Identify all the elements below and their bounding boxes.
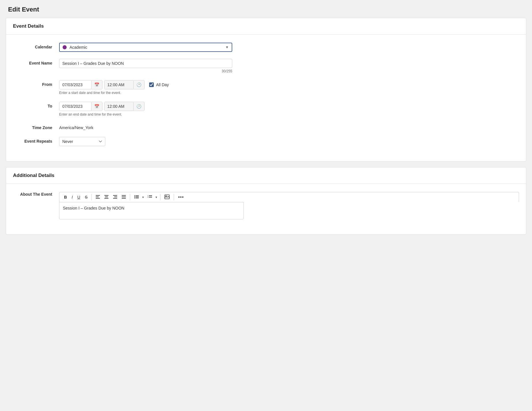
- underline-button[interactable]: U: [75, 194, 83, 200]
- svg-rect-17: [136, 198, 139, 198]
- calendar-value: Academic: [70, 45, 87, 50]
- align-right-button[interactable]: [111, 194, 119, 200]
- to-row: To 📅 🕐 Enter an end date and time for th…: [13, 102, 519, 116]
- from-calendar-icon-btn[interactable]: 📅: [91, 81, 102, 89]
- svg-rect-10: [122, 197, 126, 197]
- calendar-label: Calendar: [13, 43, 59, 49]
- to-label: To: [13, 102, 59, 108]
- to-date-wrap: 📅: [59, 102, 102, 111]
- to-calendar-icon-btn[interactable]: 📅: [91, 102, 102, 110]
- svg-rect-4: [105, 197, 108, 197]
- svg-rect-1: [96, 197, 99, 197]
- char-count: 30/255: [59, 69, 232, 73]
- svg-rect-15: [136, 197, 139, 197]
- event-details-header: Event Details: [6, 18, 526, 35]
- additional-details-header: Additional Details: [6, 167, 526, 184]
- to-time-wrap: 🕐: [104, 102, 145, 111]
- bullet-list-dropdown[interactable]: ▾: [141, 194, 145, 200]
- svg-rect-19: [149, 195, 152, 196]
- editor-toolbar: B I U S: [59, 192, 519, 202]
- align-center-button[interactable]: [102, 194, 111, 200]
- from-date-input[interactable]: [59, 80, 91, 89]
- to-date-input[interactable]: [59, 102, 91, 111]
- calendar-select[interactable]: Academic ▼: [59, 43, 232, 52]
- to-control-area: 📅 🕐 Enter an end date and time for the e…: [59, 102, 519, 116]
- page-title: Edit Event: [0, 0, 532, 18]
- alignment-group: [93, 194, 128, 200]
- timezone-row: Time Zone America/New_York: [13, 123, 519, 130]
- about-event-editor[interactable]: Session I – Grades Due by NOON: [59, 202, 244, 219]
- svg-rect-3: [104, 195, 108, 196]
- event-name-row: Event Name 30/255: [13, 59, 519, 73]
- svg-rect-0: [96, 195, 100, 196]
- about-event-label: About The Event: [13, 192, 59, 197]
- from-date-time-row: 📅 🕐 All Day: [59, 80, 519, 89]
- event-repeats-row: Event Repeats Never Daily Weekly Monthly…: [13, 137, 519, 146]
- event-repeats-label: Event Repeats: [13, 137, 59, 144]
- italic-button[interactable]: I: [69, 194, 75, 200]
- to-time-icon-btn[interactable]: 🕐: [133, 102, 144, 110]
- to-date-time-row: 📅 🕐: [59, 102, 519, 111]
- event-repeats-select[interactable]: Never Daily Weekly Monthly Yearly: [59, 137, 105, 146]
- calendar-row: Calendar Academic ▼: [13, 43, 519, 52]
- svg-point-12: [134, 195, 135, 196]
- additional-details-card: Additional Details About The Event B I U…: [6, 167, 526, 235]
- toolbar-separator-2: [130, 194, 130, 200]
- event-details-card: Event Details Calendar Academic ▼ Event …: [6, 18, 526, 161]
- align-left-button[interactable]: [93, 194, 102, 200]
- calendar-control-area: Academic ▼: [59, 43, 519, 52]
- svg-text:2.: 2.: [147, 196, 149, 198]
- svg-point-14: [134, 197, 135, 197]
- from-time-wrap: 🕐: [104, 80, 145, 89]
- numbered-list-button[interactable]: 1.2.: [145, 194, 154, 200]
- toolbar-separator-1: [91, 194, 92, 200]
- from-time-input[interactable]: [104, 80, 133, 89]
- all-day-checkbox[interactable]: [149, 82, 154, 87]
- align-justify-button[interactable]: [119, 194, 128, 200]
- additional-details-body: About The Event B I U S: [6, 184, 526, 234]
- image-button[interactable]: [162, 193, 172, 201]
- more-options-button[interactable]: •••: [176, 194, 186, 201]
- calendar-color-dot: [63, 45, 67, 49]
- timezone-value: America/New_York: [59, 123, 519, 130]
- about-event-text: Session I – Grades Due by NOON: [63, 206, 124, 210]
- event-name-input[interactable]: [59, 59, 232, 68]
- bold-button[interactable]: B: [62, 194, 69, 200]
- event-repeats-control-area: Never Daily Weekly Monthly Yearly: [59, 137, 519, 146]
- event-details-body: Calendar Academic ▼ Event Name 30/255: [6, 35, 526, 161]
- event-name-label: Event Name: [13, 59, 59, 65]
- from-hint: Enter a start date and time for the even…: [59, 91, 519, 95]
- timezone-control-area: America/New_York: [59, 123, 519, 130]
- svg-rect-7: [114, 197, 117, 197]
- svg-rect-21: [149, 197, 152, 197]
- svg-rect-9: [122, 195, 126, 196]
- numbered-list-dropdown[interactable]: ▾: [154, 194, 158, 200]
- svg-rect-11: [122, 198, 126, 199]
- from-row: From 📅 🕐 All Day Enter a: [13, 80, 519, 95]
- svg-rect-5: [104, 198, 108, 199]
- strikethrough-button[interactable]: S: [83, 194, 90, 200]
- toolbar-separator-3: [160, 194, 160, 200]
- about-event-control-area: B I U S: [59, 192, 519, 219]
- from-control-area: 📅 🕐 All Day Enter a start date and time …: [59, 80, 519, 95]
- svg-point-16: [134, 198, 135, 199]
- svg-rect-6: [113, 195, 117, 196]
- all-day-label: All Day: [156, 82, 169, 87]
- svg-rect-8: [113, 198, 117, 199]
- to-hint: Enter an end date and time for the event…: [59, 112, 519, 116]
- toolbar-separator-4: [174, 194, 174, 200]
- from-date-wrap: 📅: [59, 80, 102, 89]
- timezone-label: Time Zone: [13, 123, 59, 130]
- about-event-row: About The Event B I U S: [13, 192, 519, 219]
- list-group: ▾ 1.2. ▾: [132, 194, 158, 200]
- all-day-wrap: All Day: [149, 82, 169, 87]
- from-time-icon-btn[interactable]: 🕐: [133, 81, 144, 89]
- svg-rect-2: [96, 198, 100, 199]
- to-time-input[interactable]: [104, 102, 133, 111]
- bullet-list-button[interactable]: [132, 194, 141, 200]
- event-name-control-area: 30/255: [59, 59, 519, 73]
- from-label: From: [13, 80, 59, 87]
- calendar-dropdown-arrow: ▼: [225, 45, 229, 49]
- text-format-group: B I U S: [62, 194, 90, 200]
- svg-rect-13: [136, 195, 139, 196]
